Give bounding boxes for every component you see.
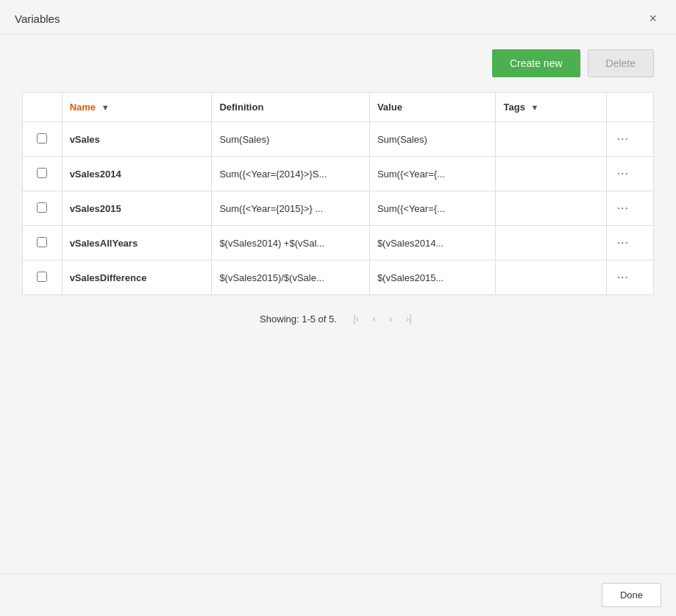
header-value-col: Value	[369, 93, 496, 122]
header-action-col	[606, 93, 653, 122]
row-checkbox[interactable]	[37, 272, 47, 282]
row-value: Sum(Sales)	[369, 122, 496, 157]
row-definition: Sum({<Year={2015}>} ...	[212, 191, 370, 226]
header-name-col: Name ▼	[62, 93, 212, 122]
variable-name: vSales2014	[70, 169, 121, 180]
table-header-row: Name ▼ Definition Value Tags ▼	[23, 93, 654, 122]
row-checkbox-cell	[23, 157, 63, 191]
row-checkbox-cell	[23, 122, 63, 157]
row-tags	[496, 226, 606, 261]
row-tags	[496, 122, 606, 157]
pagination-label: Showing: 1-5 of 5.	[260, 314, 337, 325]
next-page-button[interactable]: ›	[385, 310, 397, 328]
row-more-button[interactable]: ···	[614, 235, 632, 251]
variable-name: vSales2015	[70, 203, 121, 214]
row-checkbox-cell	[23, 261, 63, 295]
table-row: vSalesAllYears$(vSales2014) +$(vSal...$(…	[23, 226, 654, 261]
dialog-title: Variables	[15, 13, 60, 25]
dialog-footer: Done	[0, 573, 676, 616]
create-new-button[interactable]: Create new	[492, 49, 580, 77]
row-more-button[interactable]: ···	[614, 269, 632, 286]
row-actions: ···	[606, 226, 653, 261]
row-checkbox[interactable]	[37, 168, 47, 178]
tags-header-label: Tags	[503, 102, 524, 113]
row-checkbox-cell	[23, 191, 63, 226]
row-tags	[496, 261, 606, 295]
row-value: Sum({<Year={...	[369, 191, 496, 226]
row-value: $(vSales2014...	[369, 226, 496, 261]
row-name: vSales2015	[62, 191, 212, 226]
variables-dialog: Variables × Create new Delete Name ▼ Def…	[0, 0, 676, 616]
row-definition: $(vSales2015)/$(vSale...	[212, 261, 370, 295]
row-checkbox[interactable]	[37, 202, 47, 213]
name-header-label: Name	[70, 102, 96, 113]
variable-name: vSalesAllYears	[70, 238, 138, 249]
header-tags-col: Tags ▼	[496, 93, 606, 122]
variables-table: Name ▼ Definition Value Tags ▼ vSalesSum…	[22, 92, 654, 295]
row-tags	[496, 191, 606, 226]
variable-name: vSalesDifference	[70, 272, 147, 283]
row-definition: Sum({<Year={2014}>}S...	[212, 157, 370, 191]
row-actions: ···	[606, 122, 653, 157]
variable-name: vSales	[70, 134, 100, 145]
row-value: Sum({<Year={...	[369, 157, 496, 191]
last-page-button[interactable]: ›|	[402, 310, 416, 328]
row-name: vSalesDifference	[62, 261, 212, 295]
header-checkbox-col	[23, 93, 63, 122]
toolbar: Create new Delete	[22, 49, 654, 77]
row-actions: ···	[606, 191, 653, 226]
name-filter-icon[interactable]: ▼	[102, 103, 110, 112]
row-definition: $(vSales2014) +$(vSal...	[212, 226, 370, 261]
table-row: vSales2014Sum({<Year={2014}>}S...Sum({<Y…	[23, 157, 654, 191]
row-checkbox[interactable]	[37, 133, 47, 144]
dialog-header: Variables ×	[0, 0, 676, 35]
row-more-button[interactable]: ···	[614, 200, 632, 216]
table-body: vSalesSum(Sales)Sum(Sales)···vSales2014S…	[23, 122, 654, 295]
row-definition: Sum(Sales)	[212, 122, 370, 157]
close-button[interactable]: ×	[644, 10, 661, 26]
tags-filter-icon[interactable]: ▼	[531, 103, 539, 112]
row-more-button[interactable]: ···	[614, 131, 632, 147]
row-more-button[interactable]: ···	[614, 166, 632, 182]
prev-page-button[interactable]: ‹	[368, 310, 380, 328]
header-definition-col: Definition	[212, 93, 370, 122]
row-name: vSales2014	[62, 157, 212, 191]
table-row: vSalesSum(Sales)Sum(Sales)···	[23, 122, 654, 157]
row-value: $(vSales2015...	[369, 261, 496, 295]
row-name: vSalesAllYears	[62, 226, 212, 261]
first-page-button[interactable]: |‹	[349, 310, 363, 328]
row-tags	[496, 157, 606, 191]
dialog-content: Create new Delete Name ▼ Definition Valu…	[0, 35, 676, 573]
row-actions: ···	[606, 261, 653, 295]
table-row: vSalesDifference$(vSales2015)/$(vSale...…	[23, 261, 654, 295]
row-checkbox-cell	[23, 226, 63, 261]
pagination: Showing: 1-5 of 5. |‹ ‹ › ›|	[22, 310, 654, 328]
done-button[interactable]: Done	[602, 583, 661, 607]
row-name: vSales	[62, 122, 212, 157]
row-actions: ···	[606, 157, 653, 191]
row-checkbox[interactable]	[37, 237, 47, 247]
delete-button[interactable]: Delete	[588, 49, 654, 77]
table-row: vSales2015Sum({<Year={2015}>} ...Sum({<Y…	[23, 191, 654, 226]
